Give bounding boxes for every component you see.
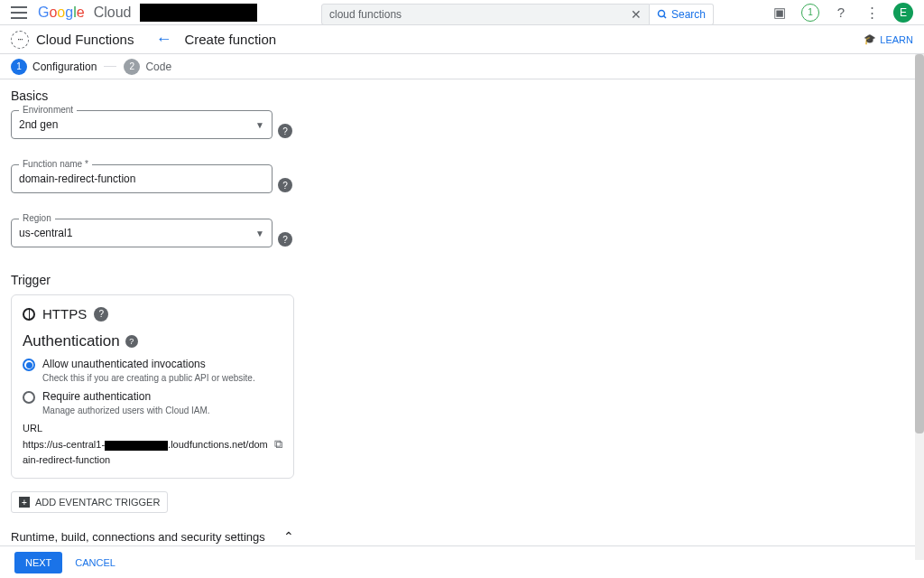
radio-selected-icon	[23, 359, 35, 371]
learn-link[interactable]: 🎓 LEARN	[864, 33, 913, 45]
function-name-value: domain-redirect-function	[19, 172, 264, 185]
function-name-input[interactable]: Function name * domain-redirect-function	[11, 164, 273, 193]
region-select[interactable]: Region us-central1 ▼	[11, 219, 273, 247]
search-input-box[interactable]: ✕	[321, 4, 650, 25]
cancel-button[interactable]: CANCEL	[75, 557, 116, 568]
next-button[interactable]: NEXT	[14, 552, 62, 573]
radio-unselected-icon	[23, 391, 35, 404]
trigger-heading: Trigger	[11, 273, 913, 287]
environment-value: 2nd gen	[19, 118, 255, 131]
dropdown-icon: ▼	[255, 228, 264, 238]
step-code[interactable]: 2 Code	[124, 59, 171, 75]
learn-label: LEARN	[880, 34, 913, 45]
region-label: Region	[19, 213, 55, 223]
step-2-label: Code	[145, 61, 171, 73]
region-value: us-central1	[19, 227, 255, 239]
google-logo: Google	[38, 5, 85, 21]
help-icon[interactable]: ?	[832, 4, 850, 22]
dropdown-icon: ▼	[255, 120, 264, 130]
copy-url-icon[interactable]: ⧉	[274, 437, 282, 452]
stepper: 1 Configuration 2 Code	[0, 54, 924, 79]
user-avatar[interactable]: E	[893, 3, 913, 23]
svg-line-1	[664, 16, 667, 19]
scrollbar-thumb[interactable]	[915, 54, 924, 434]
environment-help-icon[interactable]: ?	[278, 124, 292, 138]
footer: NEXT CANCEL	[0, 545, 924, 578]
https-label: HTTPS	[42, 306, 87, 322]
radio-require-auth-sub: Manage authorized users with Cloud IAM.	[42, 406, 282, 415]
search-button[interactable]: Search	[650, 4, 714, 25]
radio-require-auth-label: Require authentication	[42, 390, 151, 403]
trigger-card: HTTPS ? Authentication ? Allow unauthent…	[11, 294, 294, 479]
step-1-number: 1	[11, 59, 27, 75]
topbar-right: ▣ 1 ? ⋮ E	[771, 3, 913, 23]
cloud-functions-icon: ···	[11, 31, 29, 49]
topbar: Google Cloud ✕ Search ▣ 1 ? ⋮ E	[0, 0, 924, 25]
runtime-title: Runtime, build, connections and security…	[11, 530, 265, 544]
step-connector	[104, 66, 116, 67]
step-1-label: Configuration	[32, 61, 97, 73]
environment-label: Environment	[19, 105, 77, 115]
step-configuration[interactable]: 1 Configuration	[11, 59, 97, 75]
more-menu-icon[interactable]: ⋮	[863, 4, 881, 22]
product-title: Cloud Functions	[36, 32, 134, 47]
region-help-icon[interactable]: ?	[278, 232, 292, 247]
project-selector[interactable]	[140, 4, 257, 22]
search-button-label: Search	[671, 8, 706, 21]
page-title: Create function	[184, 32, 276, 47]
trigger-url: https://us-central1-.loudfunctions.net/d…	[23, 437, 269, 467]
cloud-shell-icon[interactable]: ▣	[771, 4, 789, 22]
radio-allow-unauth-sub: Check this if you are creating a public …	[42, 373, 282, 383]
https-icon	[23, 308, 35, 321]
clear-search-icon[interactable]: ✕	[631, 7, 642, 22]
function-name-label: Function name *	[19, 159, 92, 169]
authentication-heading: Authentication ?	[23, 332, 282, 350]
cloud-label: Cloud	[94, 5, 132, 21]
step-2-number: 2	[124, 59, 140, 75]
add-eventarc-label: ADD EVENTARC TRIGGER	[35, 497, 160, 508]
authentication-label: Authentication	[23, 332, 120, 350]
plus-icon: +	[19, 497, 30, 508]
search-input[interactable]	[329, 8, 631, 21]
url-prefix: https://us-central1-	[23, 439, 105, 450]
radio-require-auth[interactable]: Require authentication	[23, 390, 282, 404]
function-name-help-icon[interactable]: ?	[278, 178, 292, 192]
runtime-header[interactable]: Runtime, build, connections and security…	[11, 529, 294, 544]
radio-allow-unauth[interactable]: Allow unauthenticated invocations	[23, 358, 282, 371]
notifications-badge[interactable]: 1	[801, 4, 819, 22]
back-arrow-icon[interactable]: ←	[155, 30, 171, 49]
svg-point-0	[659, 11, 665, 17]
https-help-icon[interactable]: ?	[94, 307, 108, 322]
url-label: URL	[23, 423, 282, 434]
auth-help-icon[interactable]: ?	[125, 335, 138, 348]
content-area: Basics Environment 2nd gen ▼ ? Function …	[0, 79, 924, 545]
url-redacted	[105, 441, 168, 451]
scrollbar-track[interactable]	[915, 54, 924, 560]
radio-allow-unauth-label: Allow unauthenticated invocations	[42, 358, 206, 370]
environment-select[interactable]: Environment 2nd gen ▼	[11, 110, 273, 139]
basics-heading: Basics	[11, 89, 913, 103]
add-eventarc-trigger-button[interactable]: + ADD EVENTARC TRIGGER	[11, 491, 168, 513]
collapse-icon[interactable]: ⌃	[283, 529, 294, 544]
search-container: ✕ Search	[321, 4, 714, 25]
hamburger-menu-icon[interactable]	[11, 5, 27, 21]
subheader: ··· Cloud Functions ← Create function 🎓 …	[0, 25, 924, 54]
